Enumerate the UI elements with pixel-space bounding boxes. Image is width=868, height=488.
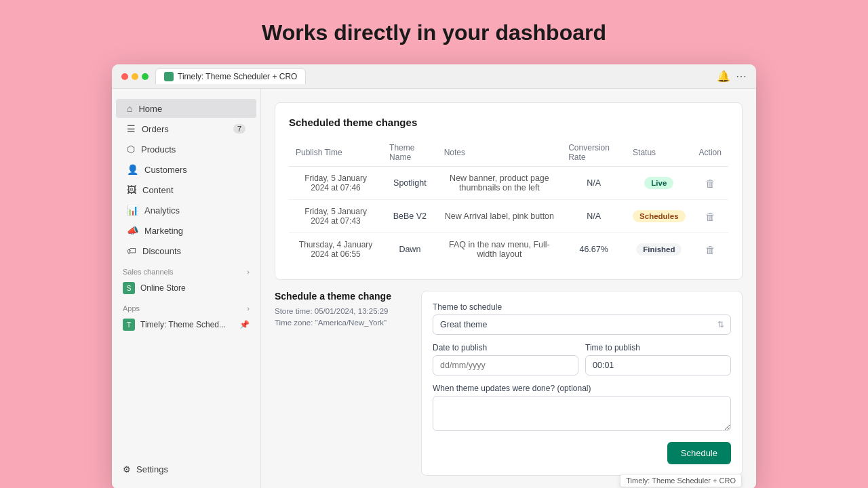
orders-badge: 7 bbox=[233, 124, 245, 134]
sidebar-item-marketing-label: Marketing bbox=[144, 226, 183, 236]
sidebar-item-orders[interactable]: ☰ Orders 7 bbox=[116, 119, 256, 138]
cell-theme-name: Spotlight bbox=[382, 167, 437, 200]
sidebar-item-timely[interactable]: T Timely: Theme Sched... 📌 bbox=[112, 315, 260, 334]
sidebar-item-home[interactable]: ⌂ Home bbox=[116, 99, 256, 118]
tab-favicon bbox=[164, 72, 174, 81]
notes-group: When theme updates were done? (optional) bbox=[433, 384, 731, 434]
sidebar-item-marketing[interactable]: 📣 Marketing bbox=[116, 221, 256, 240]
cell-notes: New Arrival label, pink button bbox=[437, 200, 562, 233]
cell-conversion-rate: 46.67% bbox=[561, 233, 626, 266]
cell-theme-name: Dawn bbox=[382, 233, 437, 266]
store-time: Store time: 05/01/2024, 13:25:29 bbox=[275, 306, 410, 317]
col-publish-time: Publish Time bbox=[289, 139, 382, 167]
theme-select-wrapper: Great theme ⇅ bbox=[433, 314, 731, 335]
scheduled-themes-table: Publish Time Theme Name Notes Conversion… bbox=[289, 139, 728, 266]
delete-button[interactable]: 🗑 bbox=[705, 211, 715, 222]
schedule-info: Schedule a theme change Store time: 05/0… bbox=[275, 291, 410, 329]
notes-label: When theme updates were done? (optional) bbox=[433, 384, 731, 393]
apps-label: Apps bbox=[123, 304, 140, 312]
sidebar-item-customers-label: Customers bbox=[144, 165, 187, 175]
apps-section: Apps › bbox=[112, 298, 260, 315]
date-time-row: Date to publish Time to publish bbox=[433, 343, 731, 384]
browser-window: Timely: Theme Scheduler + CRO 🔔 ⋯ ⌂ Home… bbox=[112, 64, 756, 488]
browser-bar: Timely: Theme Scheduler + CRO 🔔 ⋯ bbox=[112, 64, 756, 89]
cell-action: 🗑 bbox=[692, 167, 728, 200]
sidebar-item-online-store[interactable]: S Online Store bbox=[112, 279, 260, 298]
sidebar-item-analytics[interactable]: 📊 Analytics bbox=[116, 201, 256, 220]
bell-icon[interactable]: 🔔 bbox=[717, 70, 730, 83]
table-card: Scheduled theme changes Publish Time The… bbox=[275, 102, 743, 280]
cell-theme-name: BeBe V2 bbox=[382, 200, 437, 233]
home-icon: ⌂ bbox=[127, 103, 132, 114]
sidebar-item-discounts-label: Discounts bbox=[142, 246, 181, 256]
online-store-icon: S bbox=[123, 282, 135, 294]
time-input[interactable] bbox=[585, 355, 731, 375]
browser-dots bbox=[121, 73, 149, 80]
time-label: Time to publish bbox=[585, 343, 731, 352]
theme-select-group: Theme to schedule Great theme ⇅ bbox=[433, 302, 731, 335]
table-title: Scheduled theme changes bbox=[289, 117, 728, 128]
content-icon: 🖼 bbox=[127, 184, 136, 195]
timely-app-icon: T bbox=[123, 319, 135, 331]
main-content: Scheduled theme changes Publish Time The… bbox=[261, 89, 756, 488]
sidebar-item-customers[interactable]: 👤 Customers bbox=[116, 160, 256, 179]
status-badge: Finished bbox=[636, 243, 682, 256]
time-group: Time to publish bbox=[585, 343, 731, 375]
notes-textarea[interactable] bbox=[433, 396, 731, 431]
cell-conversion-rate: N/A bbox=[561, 167, 626, 200]
tab-label: Timely: Theme Scheduler + CRO bbox=[178, 72, 297, 81]
table-row: Friday, 5 January 2024 at 07:46 Spotligh… bbox=[289, 167, 728, 200]
sales-channels-arrow: › bbox=[247, 268, 250, 276]
settings-label: Settings bbox=[136, 464, 168, 474]
cell-publish-time: Friday, 5 January 2024 at 07:46 bbox=[289, 167, 382, 200]
sidebar-item-discounts[interactable]: 🏷 Discounts bbox=[116, 241, 256, 260]
theme-select[interactable]: Great theme bbox=[433, 314, 731, 335]
date-input[interactable] bbox=[433, 355, 578, 375]
schedule-section: Schedule a theme change Store time: 05/0… bbox=[275, 291, 743, 476]
browser-actions: 🔔 ⋯ bbox=[717, 70, 747, 83]
settings-icon: ⚙ bbox=[123, 464, 131, 474]
col-conversion-rate: Conversion Rate bbox=[561, 139, 626, 167]
dot-red[interactable] bbox=[121, 73, 128, 80]
cell-publish-time: Friday, 5 January 2024 at 07:43 bbox=[289, 200, 382, 233]
sidebar-spacer bbox=[112, 334, 260, 459]
more-icon[interactable]: ⋯ bbox=[736, 70, 747, 83]
browser-tab[interactable]: Timely: Theme Scheduler + CRO bbox=[155, 68, 306, 84]
tooltip: Timely: Theme Scheduler + CRO bbox=[620, 474, 742, 487]
delete-button[interactable]: 🗑 bbox=[705, 244, 715, 256]
orders-icon: ☰ bbox=[127, 123, 136, 134]
online-store-label: Online Store bbox=[140, 283, 186, 293]
date-label: Date to publish bbox=[433, 343, 578, 352]
date-group: Date to publish bbox=[433, 343, 578, 375]
discounts-icon: 🏷 bbox=[127, 245, 136, 256]
sidebar-item-home-label: Home bbox=[138, 104, 162, 114]
pin-icon: 📌 bbox=[239, 320, 250, 329]
sidebar-settings[interactable]: ⚙ Settings bbox=[112, 459, 260, 480]
dot-green[interactable] bbox=[142, 73, 149, 80]
cell-status: Finished bbox=[626, 233, 692, 266]
page-headline: Works directly in your dashboard bbox=[262, 20, 606, 45]
schedule-form: Theme to schedule Great theme ⇅ Date to … bbox=[421, 291, 743, 476]
products-icon: ⬡ bbox=[127, 144, 135, 155]
analytics-icon: 📊 bbox=[127, 205, 138, 216]
col-notes: Notes bbox=[437, 139, 562, 167]
cell-notes: FAQ in the nav menu, Full-width layout bbox=[437, 233, 562, 266]
sidebar-item-content[interactable]: 🖼 Content bbox=[116, 180, 256, 199]
theme-select-label: Theme to schedule bbox=[433, 302, 731, 312]
status-badge: Schedules bbox=[633, 210, 686, 222]
sidebar-item-products[interactable]: ⬡ Products bbox=[116, 140, 256, 159]
cell-conversion-rate: N/A bbox=[561, 200, 626, 233]
status-badge: Live bbox=[644, 177, 673, 189]
schedule-form-title: Schedule a theme change bbox=[275, 291, 410, 302]
dot-yellow[interactable] bbox=[132, 73, 138, 80]
cell-status: Schedules bbox=[626, 200, 692, 233]
sidebar-item-orders-label: Orders bbox=[142, 124, 169, 134]
submit-button[interactable]: Schedule bbox=[667, 442, 731, 464]
table-row: Friday, 5 January 2024 at 07:43 BeBe V2 … bbox=[289, 200, 728, 233]
sidebar-item-products-label: Products bbox=[141, 144, 176, 155]
delete-button[interactable]: 🗑 bbox=[705, 178, 715, 189]
col-action: Action bbox=[692, 139, 728, 167]
sidebar-item-content-label: Content bbox=[142, 185, 174, 195]
sidebar: ⌂ Home ☰ Orders 7 ⬡ Products 👤 Customers… bbox=[112, 89, 261, 488]
cell-action: 🗑 bbox=[692, 233, 728, 266]
